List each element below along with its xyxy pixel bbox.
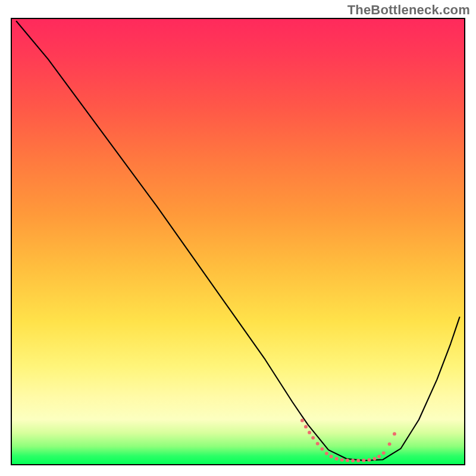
valley-dot (382, 451, 386, 455)
valley-dot (311, 436, 315, 440)
curve-overlay (12, 19, 464, 464)
plot-area (11, 18, 465, 465)
bottleneck-curve-line (17, 21, 460, 461)
valley-dot (304, 425, 308, 428)
valley-dot (393, 432, 396, 436)
valley-dot (356, 459, 360, 462)
valley-dot (377, 455, 381, 458)
valley-dot (300, 419, 304, 422)
chart-frame: TheBottleneck.com (0, 0, 476, 476)
valley-dot (340, 458, 344, 462)
valley-dot (330, 455, 333, 458)
valley-dot (316, 442, 320, 446)
valley-dot (351, 459, 355, 462)
valley-dot (320, 447, 324, 451)
valley-dot (373, 457, 377, 461)
valley-dot (325, 452, 328, 455)
valley-dot (308, 431, 311, 434)
valley-dot (362, 459, 365, 462)
valley-dot-markers (300, 419, 396, 462)
valley-dot (388, 442, 392, 446)
valley-dot (346, 459, 349, 462)
valley-dot (367, 458, 371, 462)
valley-dot (335, 457, 339, 461)
watermark-text: TheBottleneck.com (347, 2, 470, 18)
